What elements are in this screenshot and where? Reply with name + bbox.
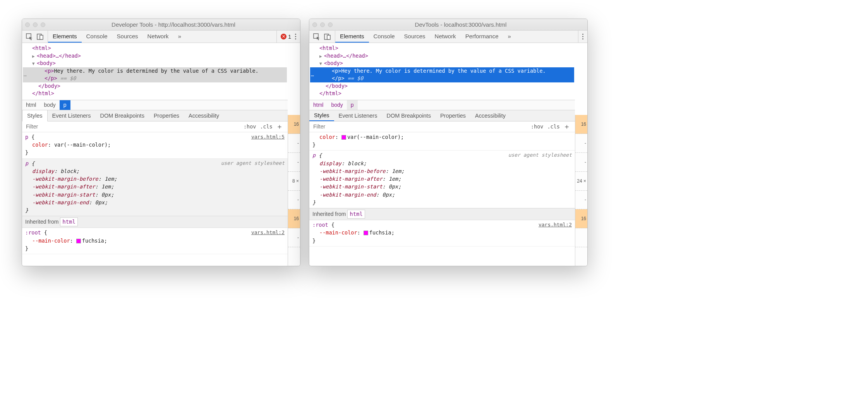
- subtab-a11y[interactable]: Accessibility: [184, 110, 224, 121]
- subtab-styles[interactable]: Styles: [309, 110, 334, 121]
- expand-icon[interactable]: ▶: [32, 53, 36, 60]
- crumb-body[interactable]: body: [40, 100, 59, 110]
- inspect-icon[interactable]: [313, 33, 320, 40]
- collapse-icon[interactable]: ▼: [32, 61, 36, 67]
- rule-p-ua[interactable]: user agent stylesheet p { display: block…: [22, 159, 288, 216]
- crumb-p[interactable]: p: [60, 100, 70, 110]
- rule-root[interactable]: vars.html:2 :root { --main-color: fuchsi…: [309, 220, 575, 246]
- styles-rules: color: var(--main-color); } user agent s…: [309, 132, 575, 266]
- close-icon[interactable]: [312, 22, 317, 27]
- inherited-tag[interactable]: html: [347, 210, 365, 219]
- traffic-lights: [25, 22, 45, 27]
- tabs-overflow[interactable]: »: [173, 31, 186, 43]
- tab-console[interactable]: Console: [82, 31, 112, 43]
- color-swatch-icon[interactable]: [364, 231, 368, 235]
- inherited-from-html: Inherited from html: [22, 216, 288, 228]
- tab-network[interactable]: Network: [143, 31, 173, 43]
- inspect-icon[interactable]: [26, 33, 33, 40]
- body-close[interactable]: </body>: [38, 83, 60, 89]
- device-toggle-icon[interactable]: [324, 33, 331, 40]
- tab-console[interactable]: Console: [369, 31, 400, 43]
- tab-network[interactable]: Network: [430, 31, 461, 43]
- tab-performance[interactable]: Performance: [461, 31, 503, 43]
- devtools-window-left: Developer Tools - http://localhost:3000/…: [22, 19, 300, 266]
- crumb-body[interactable]: body: [327, 100, 347, 110]
- rule-source-link[interactable]: vars.html:5: [251, 133, 285, 141]
- menu-icon[interactable]: [582, 34, 583, 39]
- collapse-icon[interactable]: ▼: [319, 61, 323, 67]
- dom-tree[interactable]: <html> ▶<head>…</head> ▼<body> … <p>Hey …: [309, 43, 575, 100]
- breadcrumb: html body p: [309, 100, 575, 110]
- crumb-html[interactable]: html: [22, 100, 40, 110]
- inherited-from-html: Inherited from html: [309, 208, 575, 220]
- rule-root[interactable]: vars.html:2 :root { --main-color: fuchsi…: [22, 228, 288, 254]
- subtab-properties[interactable]: Properties: [436, 110, 470, 121]
- error-badge[interactable]: ✕ 1: [281, 34, 291, 40]
- head-node[interactable]: <head>…</head>: [324, 53, 368, 59]
- rule-p-ua[interactable]: user agent stylesheet p { display: block…: [309, 151, 575, 208]
- subtab-styles[interactable]: Styles: [22, 110, 48, 121]
- gutter-cell: 16: [575, 209, 587, 228]
- rule-source-ua: user agent stylesheet: [508, 151, 572, 159]
- subtab-listeners[interactable]: Event Listeners: [48, 110, 96, 121]
- expand-icon[interactable]: ▶: [319, 53, 323, 60]
- color-swatch-icon[interactable]: [76, 239, 81, 243]
- titlebar: Developer Tools - http://localhost:3000/…: [22, 19, 300, 31]
- subtab-listeners[interactable]: Event Listeners: [334, 110, 382, 121]
- tab-elements[interactable]: Elements: [48, 31, 82, 43]
- filter-input[interactable]: [312, 123, 529, 130]
- cls-toggle[interactable]: .cls: [258, 123, 274, 130]
- gutter-cell: -: [288, 153, 300, 172]
- html-open[interactable]: <html>: [319, 45, 338, 51]
- minimize-icon[interactable]: [33, 22, 38, 27]
- dom-tree[interactable]: <html> ▶<head>…</head> ▼<body> … <p>Hey …: [22, 43, 288, 100]
- tab-sources[interactable]: Sources: [400, 31, 430, 43]
- gutter: 16 - - 24 × - 16: [575, 115, 587, 266]
- body-open[interactable]: <body>: [324, 60, 343, 66]
- zoom-icon[interactable]: [328, 22, 333, 27]
- color-swatch-icon[interactable]: [341, 135, 346, 140]
- zoom-icon[interactable]: [41, 22, 45, 27]
- hov-toggle[interactable]: :hov: [529, 123, 546, 130]
- subtab-a11y[interactable]: Accessibility: [470, 110, 510, 121]
- html-close[interactable]: </html>: [319, 90, 341, 96]
- filter-input[interactable]: [25, 123, 242, 130]
- device-toggle-icon[interactable]: [37, 33, 44, 40]
- body-open[interactable]: <body>: [37, 60, 56, 66]
- selected-p-node[interactable]: … <p>Hey there. My color is determined b…: [310, 67, 574, 82]
- gutter-cell: -: [575, 153, 587, 172]
- rule-p-author[interactable]: vars.html:5 p { color: var(--main-color)…: [22, 132, 288, 159]
- window-title: Developer Tools - http://localhost:3000/…: [50, 21, 297, 28]
- close-icon[interactable]: [25, 22, 30, 27]
- rule-source-link[interactable]: vars.html:2: [539, 221, 572, 229]
- add-rule-button[interactable]: ＋: [274, 122, 285, 131]
- tabs-overflow[interactable]: »: [503, 31, 516, 43]
- error-count: 1: [288, 34, 291, 40]
- gutter-cell: [288, 247, 300, 266]
- inherited-tag[interactable]: html: [60, 217, 78, 226]
- subtab-dom-bp[interactable]: DOM Breakpoints: [382, 110, 435, 121]
- menu-icon[interactable]: [295, 34, 296, 39]
- hov-toggle[interactable]: :hov: [242, 123, 258, 130]
- subtab-properties[interactable]: Properties: [149, 110, 184, 121]
- traffic-lights: [312, 22, 333, 27]
- add-rule-button[interactable]: ＋: [562, 122, 572, 131]
- selected-p-node[interactable]: … <p>Hey there. My color is determined b…: [23, 67, 287, 82]
- cls-toggle[interactable]: .cls: [545, 123, 562, 130]
- crumb-p[interactable]: p: [347, 100, 358, 110]
- svg-rect-5: [327, 35, 330, 39]
- html-open[interactable]: <html>: [32, 45, 51, 51]
- head-node[interactable]: <head>…</head>: [37, 53, 81, 59]
- gutter-cell: 8 ×: [288, 172, 300, 191]
- crumb-html[interactable]: html: [309, 100, 327, 110]
- gutter-cell: -: [288, 191, 300, 210]
- rule-source-link[interactable]: vars.html:2: [251, 229, 285, 236]
- subtab-dom-bp[interactable]: DOM Breakpoints: [95, 110, 149, 121]
- tab-elements[interactable]: Elements: [335, 31, 369, 43]
- tab-sources[interactable]: Sources: [112, 31, 143, 43]
- minimize-icon[interactable]: [320, 22, 325, 27]
- rule-p-author-partial[interactable]: color: var(--main-color); }: [309, 132, 575, 151]
- body-close[interactable]: </body>: [326, 83, 348, 89]
- titlebar: DevTools - localhost:3000/vars.html: [309, 19, 587, 31]
- html-close[interactable]: </html>: [32, 90, 54, 96]
